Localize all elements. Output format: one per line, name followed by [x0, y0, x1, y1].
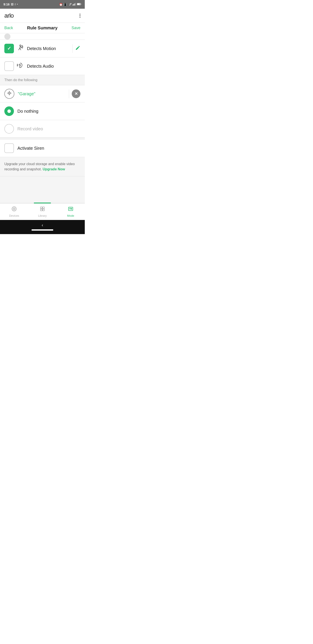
status-time: 9:16: [3, 2, 9, 6]
back-button[interactable]: Back: [4, 26, 13, 30]
svg-rect-1: [73, 4, 73, 6]
app-header: arlo: [0, 9, 85, 23]
tab-devices[interactable]: Devices: [0, 206, 28, 217]
svg-line-11: [19, 48, 21, 50]
progress-bar: [34, 202, 51, 204]
svg-line-10: [19, 48, 20, 50]
status-bar: 9:16 🖼 f • ⏰ 📳: [0, 0, 85, 9]
library-tab-icon: [39, 206, 45, 213]
activate-siren-label: Activate Siren: [17, 146, 80, 151]
svg-point-19: [14, 208, 14, 209]
remove-device-button[interactable]: ✕: [72, 90, 80, 98]
svg-rect-4: [75, 3, 76, 6]
detects-audio-row[interactable]: Detects Audio: [0, 58, 85, 75]
svg-rect-2: [73, 4, 74, 6]
detects-motion-label: Detects Motion: [27, 46, 70, 51]
svg-rect-7: [77, 4, 80, 5]
bottom-progress: [0, 202, 85, 204]
page-title: Rule Summary: [27, 26, 57, 30]
status-right: ⏰ 📳: [59, 2, 81, 6]
svg-point-0: [69, 5, 70, 6]
facebook-icon: f: [15, 3, 16, 6]
detects-motion-checkbox[interactable]: [4, 44, 14, 53]
vibrate-icon: 📳: [63, 3, 67, 6]
content-spacer: [0, 176, 85, 202]
mode-tab-icon: [68, 206, 74, 213]
svg-point-14: [19, 65, 20, 66]
tab-mode[interactable]: Mode: [56, 206, 85, 217]
record-video-radio[interactable]: [4, 124, 14, 134]
do-nothing-label: Do nothing: [17, 109, 38, 114]
device-row: "Garage" ✕: [0, 85, 85, 102]
signal-icon: [73, 2, 76, 6]
record-video-label: Record video: [17, 126, 43, 132]
nav-gesture-bar: ‹: [0, 220, 85, 234]
status-left: 9:16 🖼 f •: [3, 2, 18, 6]
section-header: Then do the following: [0, 75, 85, 85]
svg-line-9: [19, 46, 20, 48]
do-nothing-row[interactable]: Do nothing: [0, 102, 85, 120]
svg-rect-21: [43, 207, 44, 209]
motion-icon: [16, 44, 23, 53]
do-nothing-radio[interactable]: [4, 106, 14, 116]
devices-tab-label: Devices: [9, 214, 19, 217]
device-name: "Garage": [18, 92, 66, 96]
activate-siren-checkbox[interactable]: [4, 144, 14, 153]
svg-point-8: [19, 45, 21, 46]
devices-tab-icon: [11, 206, 17, 213]
svg-rect-23: [43, 209, 44, 211]
upgrade-banner: Upgrade your cloud storage and enable vi…: [0, 157, 85, 176]
home-pill: [31, 229, 53, 230]
mode-tab-label: Mode: [67, 214, 74, 217]
wifi-icon: [68, 2, 72, 6]
tab-library[interactable]: Library: [28, 206, 56, 217]
record-video-row[interactable]: Record video: [0, 120, 85, 138]
app-logo: arlo: [4, 12, 14, 19]
back-gesture-icon: ‹: [42, 222, 43, 228]
tab-bar: Devices Library Mode: [0, 204, 85, 220]
battery-icon: [77, 2, 81, 6]
camera-device-icon: [7, 90, 12, 97]
image-icon: 🖼: [11, 3, 13, 6]
edit-icon[interactable]: [75, 45, 80, 52]
upgrade-now-link[interactable]: Upgrade Now: [43, 167, 65, 171]
alarm-icon: ⏰: [59, 3, 63, 6]
camera-icon-wrap: [4, 89, 14, 99]
detects-audio-checkbox[interactable]: [4, 61, 14, 71]
activate-siren-row[interactable]: Activate Siren: [0, 140, 85, 157]
svg-line-12: [20, 46, 21, 48]
save-button[interactable]: Save: [71, 26, 80, 30]
section-divider: [0, 138, 85, 140]
svg-rect-6: [81, 4, 81, 4]
svg-rect-3: [74, 3, 75, 6]
audio-icon: [16, 62, 23, 70]
nav-bar: Back Rule Summary Save: [0, 23, 85, 33]
scroll-indicator: [0, 33, 85, 40]
camera-separator: [69, 90, 69, 98]
more-menu-button[interactable]: [79, 14, 80, 18]
detects-motion-row[interactable]: Detects Motion: [0, 40, 85, 58]
section-header-text: Then do the following: [4, 78, 37, 82]
separator: [72, 44, 73, 53]
upgrade-text: Upgrade your cloud storage and enable vi…: [4, 162, 75, 171]
svg-point-16: [9, 93, 10, 94]
svg-rect-20: [40, 207, 42, 209]
scroll-dot: [4, 34, 10, 40]
library-tab-label: Library: [38, 214, 47, 217]
detects-audio-label: Detects Audio: [27, 64, 80, 69]
svg-rect-22: [40, 209, 42, 211]
dot-icon: •: [17, 3, 18, 6]
svg-line-13: [20, 48, 21, 48]
